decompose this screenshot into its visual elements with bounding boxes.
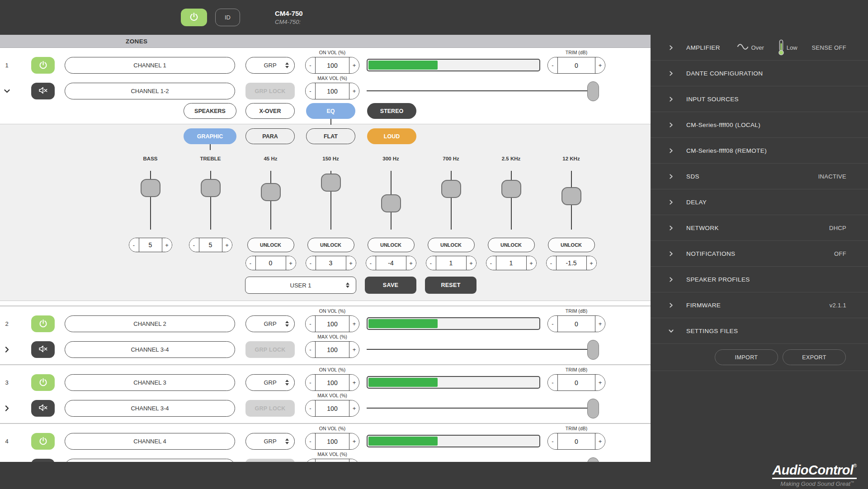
increment-button[interactable]: + (349, 57, 359, 73)
band-value[interactable]: -1.5 (557, 256, 586, 270)
power-button[interactable] (31, 433, 55, 450)
decrement-button[interactable]: - (306, 433, 316, 449)
mute-button[interactable] (31, 341, 55, 358)
slider-thumb[interactable] (587, 340, 599, 360)
volume-slider[interactable] (367, 400, 599, 417)
increment-button[interactable]: + (595, 375, 605, 390)
trim-value[interactable]: 0 (558, 57, 595, 73)
decrement-button[interactable]: - (189, 238, 199, 252)
eq-slider-thumb[interactable] (201, 179, 221, 197)
mute-button[interactable] (31, 459, 55, 462)
increment-button[interactable]: + (349, 433, 359, 449)
decrement-button[interactable]: - (366, 256, 376, 270)
sidebar-item-firmware[interactable]: FIRMWARE v2.1.1 (651, 292, 868, 318)
increment-button[interactable]: + (286, 256, 296, 270)
eq-slider[interactable] (321, 171, 341, 230)
increment-button[interactable]: + (586, 256, 596, 270)
eq-slider-thumb[interactable] (501, 180, 521, 198)
channel-name-field[interactable]: CHANNEL 4 (65, 433, 235, 450)
decrement-button[interactable]: - (306, 57, 316, 73)
increment-button[interactable]: + (526, 256, 536, 270)
on-vol-value[interactable]: 100 (316, 433, 349, 449)
unlock-button[interactable]: UNLOCK (548, 238, 595, 252)
eq-slider-thumb[interactable] (441, 180, 461, 198)
increment-button[interactable]: + (349, 400, 359, 416)
volume-slider[interactable] (367, 341, 599, 358)
decrement-button[interactable]: - (486, 256, 496, 270)
slider-thumb[interactable] (587, 399, 599, 418)
increment-button[interactable]: + (222, 238, 232, 252)
group-name-field[interactable]: CHANNEL 3-4 (65, 400, 235, 417)
sidebar-item-network[interactable]: NETWORK DHCP (651, 215, 868, 241)
band-value[interactable]: -4 (376, 256, 406, 270)
decrement-button[interactable]: - (306, 342, 316, 357)
sidebar-item-dante-configuration[interactable]: DANTE CONFIGURATION (651, 61, 868, 86)
eq-slider[interactable] (381, 171, 401, 230)
increment-button[interactable]: + (349, 342, 359, 357)
on-vol-value[interactable]: 100 (316, 316, 349, 332)
tab-para-eq[interactable]: PARA (245, 128, 295, 144)
sidebar-item-delay[interactable]: DELAY (651, 189, 868, 215)
chevron-right-icon[interactable] (3, 404, 11, 412)
max-vol-value[interactable]: 100 (316, 342, 349, 357)
on-vol-value[interactable]: 100 (316, 57, 349, 73)
unlock-button[interactable]: UNLOCK (488, 238, 535, 252)
identify-button[interactable]: ID (215, 9, 240, 26)
increment-button[interactable]: + (349, 83, 359, 99)
increment-button[interactable]: + (162, 238, 172, 252)
decrement-button[interactable]: - (306, 400, 316, 416)
channel-name-field[interactable]: CHANNEL 1 (65, 57, 235, 74)
decrement-button[interactable]: - (548, 375, 558, 390)
decrement-button[interactable]: - (306, 375, 316, 390)
eq-preset-select[interactable]: USER 1 (245, 277, 356, 294)
power-button[interactable] (31, 315, 55, 332)
slider-thumb[interactable] (587, 457, 599, 462)
decrement-button[interactable]: - (547, 256, 557, 270)
sidebar-item-cm-series-remote[interactable]: CM-Series-ffff08 (REMOTE) (651, 138, 868, 164)
increment-button[interactable]: + (406, 256, 416, 270)
reset-button[interactable]: RESET (425, 277, 476, 294)
chevron-right-icon[interactable] (3, 346, 11, 353)
save-button[interactable]: SAVE (365, 277, 416, 294)
volume-slider[interactable] (367, 459, 599, 462)
unlock-button[interactable]: UNLOCK (247, 238, 294, 252)
group-name-field[interactable]: CHANNEL 1-2 (65, 83, 235, 99)
power-button[interactable] (31, 57, 55, 74)
band-value[interactable]: 1 (496, 256, 526, 270)
eq-slider[interactable] (501, 171, 521, 230)
increment-button[interactable]: + (595, 316, 605, 332)
max-vol-value[interactable]: 100 (316, 400, 349, 416)
bass-value[interactable]: 5 (139, 238, 162, 252)
decrement-button[interactable]: - (306, 256, 316, 270)
increment-button[interactable]: + (346, 256, 356, 270)
increment-button[interactable]: + (349, 316, 359, 332)
sidebar-item-amplifier[interactable]: AMPLIFIER Over Low SENSE OFF (651, 35, 868, 61)
decrement-button[interactable]: - (548, 433, 558, 449)
channel-name-field[interactable]: CHANNEL 2 (65, 315, 235, 332)
decrement-button[interactable]: - (246, 256, 256, 270)
group-lock-button[interactable]: GRP LOCK (245, 459, 295, 462)
group-lock-button[interactable]: GRP LOCK (245, 400, 295, 417)
trim-value[interactable]: 0 (558, 433, 595, 449)
increment-button[interactable]: + (595, 57, 605, 73)
chevron-down-icon[interactable] (3, 87, 11, 95)
slider-thumb[interactable] (587, 81, 599, 101)
sidebar-item-speaker-profiles[interactable]: SPEAKER PROFILES (651, 267, 868, 292)
tab-xover[interactable]: X-OVER (245, 103, 295, 119)
band-value[interactable]: 0 (256, 256, 286, 270)
eq-slider-thumb[interactable] (261, 183, 281, 201)
on-vol-value[interactable]: 100 (316, 375, 349, 390)
tab-speakers[interactable]: SPEAKERS (184, 103, 236, 119)
trim-value[interactable]: 0 (558, 316, 595, 332)
mute-button[interactable] (31, 400, 55, 417)
tab-eq[interactable]: EQ (306, 103, 355, 119)
eq-slider-thumb[interactable] (141, 179, 160, 197)
eq-slider-thumb[interactable] (561, 187, 581, 205)
sidebar-item-sds[interactable]: SDS INACTIVE (651, 164, 868, 189)
tab-loud[interactable]: LOUD (367, 128, 416, 144)
eq-slider[interactable] (141, 171, 160, 230)
group-select[interactable]: GRP (245, 315, 295, 332)
volume-slider[interactable] (367, 83, 599, 99)
unlock-button[interactable]: UNLOCK (368, 238, 415, 252)
tab-stereo[interactable]: STEREO (367, 103, 416, 119)
